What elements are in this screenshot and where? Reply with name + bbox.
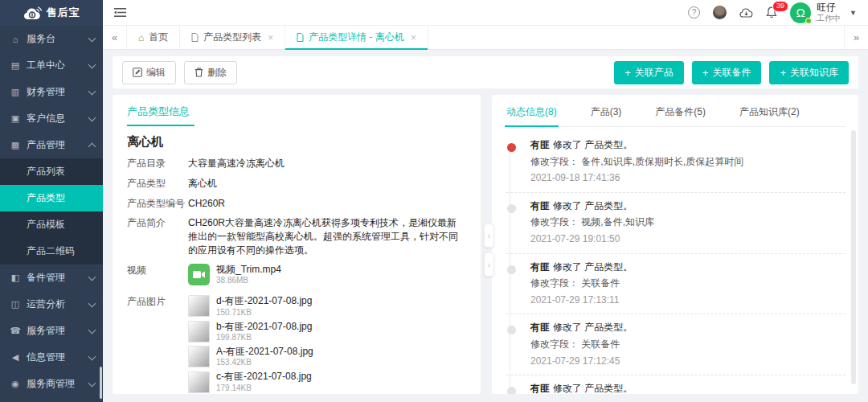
toolbar-left-group: 编辑 删除 <box>122 61 237 84</box>
image-file-item[interactable]: c-有匪-2021-07-08.jpg 179.14KB <box>188 371 466 392</box>
field-label: 产品目录 <box>127 157 188 170</box>
user-meta: 旺仔 工作中 <box>817 2 841 23</box>
sidebar-item-service-desk[interactable]: ⌂ 服务台 <box>0 26 103 52</box>
product-type-title: 离心机 <box>127 134 466 150</box>
event-fields: 修改字段： 视频,备件,知识库 <box>530 216 837 229</box>
event-time: 2021-09-18 17:41:36 <box>530 172 837 185</box>
user-name: 旺仔 <box>817 2 841 14</box>
online-status-dot <box>805 18 812 24</box>
page-tabbar: « ⌂ 首页 产品类型列表 × 产品类型详情 - 离心机 × » <box>103 26 868 50</box>
chevron-down-icon <box>88 352 96 360</box>
event-time: 2021-07-29 17:12:45 <box>530 355 837 368</box>
scroll-tabs-right-icon[interactable]: » <box>844 26 868 49</box>
tab-product-type-list[interactable]: 产品类型列表 × <box>180 26 285 49</box>
analytics-icon: ◫ <box>10 299 21 310</box>
chevron-down-icon <box>88 273 96 281</box>
link-kb-button[interactable]: + 关联知识库 <box>769 61 849 84</box>
document-icon <box>297 33 304 42</box>
field-label: 视频 <box>127 264 188 289</box>
document-icon <box>191 33 199 42</box>
scroll-tabs-left-icon[interactable]: « <box>103 26 127 49</box>
timeline-dot <box>507 265 516 274</box>
close-tab-icon[interactable]: × <box>411 32 416 43</box>
panel-splitter: ‹ › <box>484 224 495 277</box>
close-tab-icon[interactable]: × <box>268 32 273 43</box>
edit-icon <box>133 68 142 77</box>
user-menu[interactable]: Ω 旺仔 工作中 ▼ <box>790 2 857 23</box>
image-file-item[interactable]: b-有匪-2021-07-08.jpg 199.87KB <box>188 321 466 343</box>
image-file-item[interactable]: A-有匪-2021-07-08.jpg 153.42KB <box>188 346 466 367</box>
edit-button[interactable]: 编辑 <box>122 61 176 84</box>
spare-parts-icon: ◧ <box>10 273 21 283</box>
tab-activity-feed[interactable]: 动态信息(8) <box>505 103 559 126</box>
collapse-left-icon[interactable]: ‹ <box>484 224 494 248</box>
sidebar-item-product-list[interactable]: 产品列表 <box>0 158 103 185</box>
sidebar: 售后宝 ⌂ 服务台 ▤ 工单中心 ▥ 财务管理 ▣ 客户信息 <box>0 0 103 402</box>
main-area: ? 39 Ω <box>103 0 868 402</box>
tab-product-parts[interactable]: 产品备件(5) <box>653 103 707 126</box>
collapse-right-icon[interactable]: › <box>484 252 494 277</box>
tab-home[interactable]: ⌂ 首页 <box>127 26 180 49</box>
sidebar-item-analytics[interactable]: ◫ 运营分析 <box>0 291 103 318</box>
field-product-images: 产品图片 d-有匪-2021-07-08.jpg 150.71KB <box>127 295 466 394</box>
file-name: b-有匪-2021-07-08.jpg <box>216 321 312 332</box>
tab-product-type-detail[interactable]: 产品类型详情 - 离心机 × <box>285 26 428 49</box>
timeline-event: 有匪修改了 产品类型。 修改字段： 关联备件 2021-07-29 17:11:… <box>506 375 845 394</box>
delete-button[interactable]: 删除 <box>184 61 237 84</box>
help-icon[interactable]: ? <box>688 6 700 18</box>
chevron-down-icon <box>88 34 96 42</box>
menu-fold-icon[interactable] <box>114 7 126 18</box>
plus-icon: + <box>624 67 631 79</box>
sidebar-item-finance[interactable]: ▥ 财务管理 <box>0 79 103 105</box>
activity-tabs: 动态信息(8) 产品(3) 产品备件(5) 产品知识库(2) <box>505 103 845 127</box>
sidebar-item-service-mgmt[interactable]: ☎ 服务管理 <box>0 318 103 344</box>
video-file-item[interactable]: 视频_Trim.mp4 38.86MB <box>188 264 466 285</box>
notification-bell-icon[interactable]: 39 <box>766 6 777 18</box>
sidebar-item-product-qrcode[interactable]: 产品二维码 <box>0 238 103 265</box>
link-product-label: 关联产品 <box>635 66 674 80</box>
sidebar-item-customer[interactable]: ▣ 客户信息 <box>0 105 103 132</box>
sidebar-item-product[interactable]: ▦ 产品管理 <box>0 132 103 158</box>
video-icon <box>188 264 210 285</box>
file-size: 153.42KB <box>216 358 313 367</box>
timeline-dot <box>507 143 516 152</box>
event-time: 2021-07-29 17:13:11 <box>530 294 837 307</box>
link-parts-button[interactable]: + 关联备件 <box>692 61 762 84</box>
file-size: 179.14KB <box>216 384 312 393</box>
sidebar-item-product-type[interactable]: 产品类型 <box>0 185 103 211</box>
timeline-event: 有匪修改了 产品类型。 修改字段： 关联备件 2021-07-29 17:12:… <box>506 314 845 375</box>
sidebar-item-product-template[interactable]: 产品模板 <box>0 211 103 238</box>
home-icon: ⌂ <box>138 32 144 43</box>
tab-products[interactable]: 产品(3) <box>589 103 624 126</box>
cloud-download-icon[interactable] <box>739 7 753 18</box>
timeline-dot <box>507 326 516 334</box>
event-fields: 修改字段： 关联备件 <box>530 277 837 290</box>
sidebar-item-spare-parts[interactable]: ◧ 备件管理 <box>0 265 103 291</box>
product-type-info-panel: 产品类型信息 离心机 产品目录 大容量高速冷冻离心机 产品类型 离心机 产品类型… <box>113 95 481 394</box>
timeline-event: 有匪修改了 产品类型。 修改字段： 备件,知识库,质保期时长,质保起算时间 20… <box>506 132 845 193</box>
tab-product-type-info[interactable]: 产品类型信息 <box>127 103 194 126</box>
sidebar-item-provider-mgmt[interactable]: ◉ 服务商管理 <box>0 371 103 397</box>
toolbar-right-group: + 关联产品 + 关联备件 + 关联知识库 <box>614 61 849 84</box>
sidebar-item-work-order[interactable]: ▤ 工单中心 <box>0 52 103 79</box>
tab-product-kb[interactable]: 产品知识库(2) <box>738 103 801 126</box>
caret-down-icon: ▼ <box>850 9 857 17</box>
plus-icon: + <box>780 67 786 79</box>
file-name: d-有匪-2021-07-08.jpg <box>216 295 312 306</box>
service-desk-icon: ⌂ <box>10 35 21 44</box>
timeline-event: 有匪修改了 产品类型。 修改字段： 视频,备件,知识库 2021-07-29 1… <box>506 193 845 254</box>
work-order-icon: ▤ <box>10 60 21 71</box>
image-file-item[interactable]: d-有匪-2021-07-08.jpg 150.71KB <box>188 295 466 317</box>
link-product-button[interactable]: + 关联产品 <box>614 61 684 84</box>
sidebar-item-info-mgmt[interactable]: ◀ 信息管理 <box>0 344 103 371</box>
panel-scrollbar[interactable] <box>851 130 856 384</box>
provider-mgmt-icon: ◉ <box>10 379 21 389</box>
support-avatar-icon[interactable] <box>713 6 727 19</box>
file-size: 38.86MB <box>216 276 281 285</box>
image-thumbnail <box>188 321 210 343</box>
user-status: 工作中 <box>817 14 841 23</box>
cloud-logo-icon <box>23 6 43 20</box>
event-action: 修改了 产品类型。 <box>553 322 633 333</box>
file-size: 199.87KB <box>216 333 312 343</box>
sidebar-scrollbar[interactable] <box>100 367 102 399</box>
